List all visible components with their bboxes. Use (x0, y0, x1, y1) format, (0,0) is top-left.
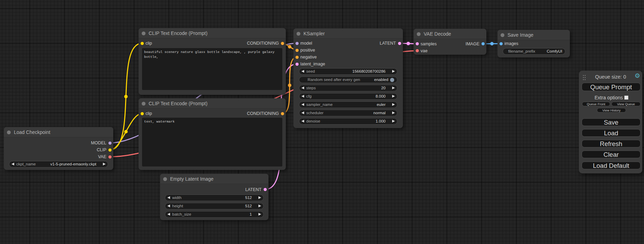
input-port-clip[interactable] (141, 112, 144, 115)
output-port-conditioning[interactable] (281, 112, 284, 115)
prompt-textarea[interactable]: beautiful scenery nature glass bottle la… (142, 48, 282, 90)
output-port-latent[interactable] (264, 188, 267, 191)
decrement-arrow-icon[interactable] (301, 95, 304, 98)
settings-gear-icon[interactable]: ⚙ (635, 72, 640, 79)
decrement-arrow-icon[interactable] (301, 120, 304, 123)
random-seed-toggle-widget[interactable]: Random seed after every gen enabled (299, 76, 397, 83)
input-port-positive[interactable] (295, 49, 299, 52)
node-title: Load Checkpoint (14, 127, 50, 137)
node-title: Empty Latent Image (170, 174, 213, 184)
increment-arrow-icon[interactable] (392, 70, 395, 73)
load-default-button[interactable]: Load Default (582, 162, 641, 169)
output-label-conditioning: CONDITIONING (247, 110, 279, 117)
seed-widget[interactable]: seed 156680208700286 (299, 68, 397, 75)
collapse-dot-icon[interactable] (142, 102, 145, 106)
output-port-vae[interactable] (108, 155, 112, 159)
batch-size-widget[interactable]: batch_size 1 (165, 211, 264, 218)
height-widget[interactable]: height 512 (165, 203, 264, 209)
input-port-model[interactable] (295, 42, 299, 45)
node-load-checkpoint[interactable]: Load Checkpoint MODEL CLIP VAE ckpt_name… (4, 127, 113, 170)
collapse-dot-icon[interactable] (7, 130, 11, 134)
decrement-arrow-icon[interactable] (167, 205, 170, 207)
prompt-textarea[interactable]: text, watermark (142, 118, 282, 166)
decrement-arrow-icon[interactable] (167, 196, 170, 199)
increment-arrow-icon[interactable] (392, 120, 395, 123)
increment-arrow-icon[interactable] (258, 196, 261, 199)
view-history-button[interactable]: View History (597, 108, 626, 112)
width-widget[interactable]: width 512 (165, 195, 264, 201)
node-title-bar[interactable]: CLIP Text Encode (Prompt) (139, 98, 286, 109)
output-port-model[interactable] (108, 142, 112, 145)
steps-widget[interactable]: steps 20 (299, 85, 397, 91)
increment-arrow-icon[interactable] (392, 95, 395, 98)
clear-button[interactable]: Clear (582, 151, 641, 158)
load-button[interactable]: Load (582, 129, 641, 137)
increment-arrow-icon[interactable] (258, 205, 261, 207)
node-title-bar[interactable]: Empty Latent Image (160, 174, 268, 184)
node-title-bar[interactable]: Save Image (497, 30, 570, 40)
comfy-menu-panel: Queue size: 0 ⚙ Queue Prompt Extra optio… (579, 71, 642, 173)
filename-prefix-widget[interactable]: filename_prefix ComfyUI (503, 48, 565, 55)
collapse-dot-icon[interactable] (163, 177, 167, 181)
toggle-on-icon[interactable] (390, 78, 394, 82)
node-title-bar[interactable]: Load Checkpoint (4, 127, 113, 137)
node-save-image[interactable]: Save Image images filename_prefix ComfyU… (497, 30, 570, 57)
node-ksampler[interactable]: KSampler model positive negative latent_… (293, 28, 403, 128)
node-title: VAE Decode (424, 29, 451, 39)
node-title: KSampler (303, 28, 325, 39)
decrement-arrow-icon[interactable] (301, 70, 304, 73)
output-label-conditioning: CONDITIONING (247, 40, 279, 47)
node-clip-text-encode-positive[interactable]: CLIP Text Encode (Prompt) clip CONDITION… (139, 28, 286, 95)
input-port-negative[interactable] (295, 56, 299, 59)
widget-label: height (172, 203, 183, 209)
widget-value: 512 (245, 195, 252, 201)
output-port-conditioning[interactable] (281, 42, 284, 45)
extra-options-checkbox[interactable] (624, 96, 628, 100)
view-queue-button[interactable]: View Queue (611, 102, 641, 106)
node-title-bar[interactable]: VAE Decode (414, 29, 486, 39)
refresh-button[interactable]: Refresh (582, 140, 641, 147)
output-port-latent[interactable] (398, 42, 401, 45)
collapse-dot-icon[interactable] (142, 31, 145, 35)
decrement-arrow-icon[interactable] (11, 163, 14, 165)
ckpt-name-widget[interactable]: ckpt_name v1-5-pruned-emaonly.ckpt (9, 161, 108, 168)
input-label-clip: clip (145, 40, 152, 47)
decrement-arrow-icon[interactable] (301, 111, 304, 114)
collapse-dot-icon[interactable] (297, 32, 300, 36)
output-port-clip[interactable] (108, 148, 112, 152)
node-vae-decode[interactable]: VAE Decode samples vae IMAGE (414, 29, 486, 55)
node-clip-text-encode-negative[interactable]: CLIP Text Encode (Prompt) clip CONDITION… (139, 98, 286, 170)
node-title-bar[interactable]: KSampler (293, 28, 403, 39)
scheduler-widget[interactable]: scheduler normal (299, 110, 397, 116)
decrement-arrow-icon[interactable] (301, 87, 304, 89)
sampler-name-widget[interactable]: sampler_name euler (299, 101, 397, 108)
input-port-clip[interactable] (141, 42, 144, 45)
input-label-clip: clip (145, 110, 152, 117)
increment-arrow-icon[interactable] (103, 163, 106, 165)
output-label-latent: LATENT (380, 40, 396, 47)
node-empty-latent-image[interactable]: Empty Latent Image LATENT width 512 heig… (160, 174, 268, 220)
node-graph-canvas[interactable]: Load Checkpoint MODEL CLIP VAE ckpt_name… (0, 0, 644, 244)
collapse-dot-icon[interactable] (417, 32, 421, 36)
collapse-dot-icon[interactable] (501, 33, 504, 37)
cfg-widget[interactable]: cfg 8.000 (299, 93, 397, 100)
increment-arrow-icon[interactable] (258, 213, 261, 216)
input-label-images: images (504, 40, 518, 47)
decrement-arrow-icon[interactable] (167, 213, 170, 216)
save-button[interactable]: Save (582, 118, 641, 126)
queue-prompt-button[interactable]: Queue Prompt (582, 83, 641, 91)
queue-front-button[interactable]: Queue Front (582, 102, 610, 106)
input-port-vae[interactable] (416, 49, 419, 52)
widget-value: 1 (250, 211, 252, 217)
increment-arrow-icon[interactable] (392, 103, 395, 106)
input-port-latent-image[interactable] (295, 63, 299, 66)
node-title-bar[interactable]: CLIP Text Encode (Prompt) (139, 28, 286, 38)
output-port-image[interactable] (482, 42, 485, 45)
decrement-arrow-icon[interactable] (301, 103, 304, 106)
input-port-images[interactable] (500, 42, 503, 45)
denoise-widget[interactable]: denoise 1.000 (299, 118, 397, 125)
increment-arrow-icon[interactable] (392, 111, 395, 114)
increment-arrow-icon[interactable] (392, 87, 395, 89)
widget-label: Random seed after every gen (308, 77, 360, 83)
input-port-samples[interactable] (416, 42, 419, 45)
